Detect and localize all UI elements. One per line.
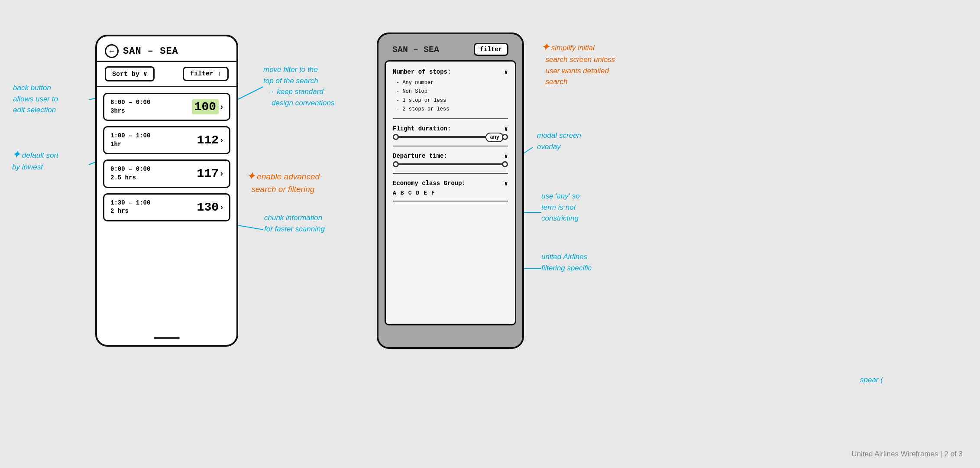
slider-thumb-left[interactable] [393, 161, 399, 167]
filter-section: Economy class Group: ∨ ABCDEF [393, 180, 508, 202]
filter-option[interactable]: - Non Stop [396, 87, 508, 96]
economy-class-option[interactable]: C [408, 190, 412, 196]
slider-thumb-right[interactable] [502, 134, 508, 140]
flight-chevron: › [220, 102, 223, 111]
flight-info: 8:00 – 0:00 3hrs [110, 98, 150, 115]
back-button[interactable]: ← [105, 44, 119, 58]
flight-time: 8:00 – 0:00 [110, 98, 150, 107]
sort-button[interactable]: Sort by ∨ [105, 66, 155, 81]
default-sort-marker: ✦ [12, 149, 20, 160]
slider-track[interactable] [393, 163, 508, 165]
home-indicator [154, 337, 180, 339]
flight-time: 1:30 – 1:00 [110, 199, 150, 208]
right-route-title: SAN – SEA [392, 45, 439, 55]
flight-info: 1:30 – 1:00 2 hrs [110, 199, 150, 216]
flight-duration: 1hr [110, 140, 150, 149]
filter-button[interactable]: filter ↓ [183, 67, 229, 81]
simplify-annotation: ✦ simplify initial search screen unless … [541, 40, 615, 88]
economy-class-option[interactable]: A [393, 190, 396, 196]
flight-info: 1:00 – 1:00 1hr [110, 132, 150, 149]
enable-advanced-annotation: ✦ enable advanced search or filtering [247, 169, 320, 196]
filter-modal-sheet: Number of stops: ∨ - Any number- Non Sto… [385, 60, 516, 325]
left-phone-wireframe: ← SAN – SEA Sort by ∨ filter ↓ 8:00 – 0:… [95, 35, 238, 347]
filter-option[interactable]: - Any number [396, 78, 508, 87]
filter-section: Flight duration: ∨ any [393, 125, 508, 146]
phone-controls: Sort by ∨ filter ↓ [97, 62, 236, 87]
phone-left-header: ← SAN – SEA [97, 36, 236, 62]
slider-thumb-right[interactable] [502, 161, 508, 167]
flight-chevron: › [220, 136, 223, 145]
flight-price: 130 [197, 201, 219, 214]
flight-duration: 2 hrs [110, 207, 150, 216]
filter-options: - Any number- Non Stop- 1 stop or less- … [393, 78, 508, 114]
back-button-annotation: back buttonallows user toedit selection [13, 82, 58, 116]
flight-price: 100 [192, 99, 219, 114]
footer-title: United Airlines Wireframes [851, 450, 938, 458]
united-filtering-annotation: united Airlinesfiltering specific [541, 251, 592, 273]
left-route-title: SAN – SEA [123, 46, 178, 57]
economy-options: ABCDEF [393, 190, 508, 196]
flight-item[interactable]: 8:00 – 0:00 3hrs 100 › [103, 93, 230, 121]
flight-duration: 2.5 hrs [110, 174, 150, 182]
economy-class-option[interactable]: E [424, 190, 427, 196]
chunk-info-annotation: chunk informationfor faster scanning [264, 212, 325, 234]
flight-time: 1:00 – 1:00 [110, 132, 150, 140]
flight-list: 8:00 – 0:00 3hrs 100 › 1:00 – 1:00 1hr 1… [97, 87, 236, 228]
simplify-marker: ✦ [541, 42, 549, 52]
modal-overlay-annotation: modal screenoverlay [537, 130, 581, 152]
flight-duration: 3hrs [110, 107, 150, 116]
filter-section-title: Number of stops: ∨ [393, 68, 508, 76]
move-filter-annotation: move filter to thetop of the search → ke… [263, 64, 334, 108]
footer: United Airlines Wireframes | 2 of 3 [851, 450, 963, 458]
slider-thumb-left[interactable] [393, 134, 399, 140]
spear-annotation: spear ( [860, 375, 883, 385]
filter-option[interactable]: - 1 stop or less [396, 96, 508, 105]
flight-price: 112 [197, 133, 219, 147]
slider-any-label: any [485, 133, 504, 142]
footer-page: 2 of 3 [944, 450, 963, 458]
filter-option[interactable]: - 2 stops or less [396, 105, 508, 114]
svg-line-2 [237, 87, 263, 100]
flight-price: 117 [197, 167, 219, 180]
flight-item[interactable]: 1:30 – 1:00 2 hrs 130 › [103, 193, 230, 221]
enable-advanced-marker: ✦ [247, 171, 255, 182]
economy-class-option[interactable]: B [401, 190, 404, 196]
use-any-annotation: use 'any' soterm is notconstricting [541, 191, 580, 224]
economy-class-option[interactable]: D [416, 190, 419, 196]
economy-class-option[interactable]: F [431, 190, 435, 196]
flight-info: 0:00 – 0:00 2.5 hrs [110, 165, 150, 182]
right-filter-button[interactable]: filter [474, 43, 508, 56]
flight-chevron: › [220, 169, 223, 178]
right-phone-header: SAN – SEA filter [385, 39, 516, 60]
slider-track[interactable]: any [393, 136, 508, 138]
filter-section-title: Economy class Group: ∨ [393, 180, 508, 187]
flight-chevron: › [220, 203, 223, 212]
flight-time: 0:00 – 0:00 [110, 165, 150, 174]
default-sort-annotation: ✦ default sortby lowest [12, 147, 58, 173]
flight-item[interactable]: 0:00 – 0:00 2.5 hrs 117 › [103, 159, 230, 188]
flight-item[interactable]: 1:00 – 1:00 1hr 112 › [103, 126, 230, 154]
right-phone-wireframe: SAN – SEA filter Number of stops: ∨ - An… [377, 32, 524, 349]
filter-section: Number of stops: ∨ - Any number- Non Sto… [393, 68, 508, 119]
filter-section-title: Flight duration: ∨ [393, 125, 508, 133]
filter-section: Departure time: ∨ [393, 153, 508, 174]
filter-section-title: Departure time: ∨ [393, 153, 508, 160]
